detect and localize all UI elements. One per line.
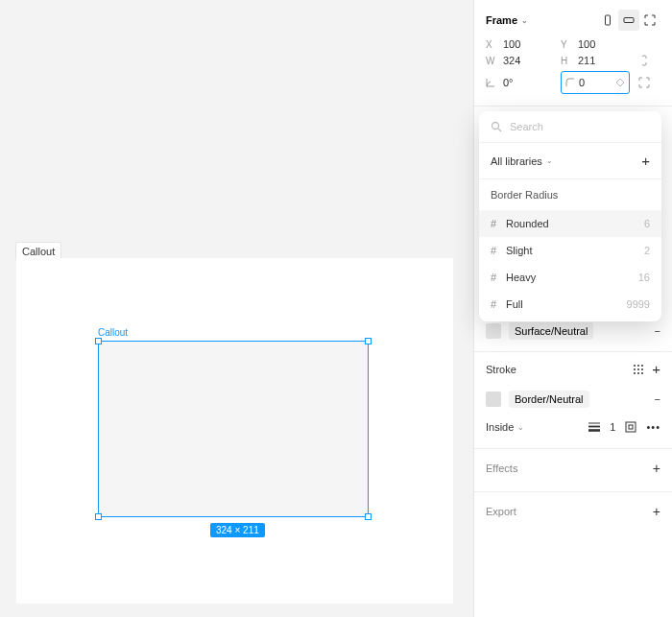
y-label: Y [561,39,572,50]
x-field[interactable]: X 100 [486,38,555,50]
stroke-style-icon[interactable] [633,364,644,375]
libraries-label: All libraries [491,155,542,167]
option-name: Heavy [506,272,536,283]
rotation-value: 0° [503,77,514,88]
search-placeholder: Search [510,121,543,132]
width-field[interactable]: W 324 [486,55,555,66]
variable-pick-icon[interactable] [615,78,625,87]
variable-picker-popover: Search All libraries ⌄ + Border Radius #… [479,111,661,321]
add-export-button[interactable]: + [653,504,660,519]
stroke-weight-icon [588,422,600,432]
selection-label: Callout [98,327,128,338]
lock-aspect-icon[interactable] [636,54,653,67]
y-field[interactable]: Y 100 [561,38,630,50]
independent-corners-icon[interactable] [636,77,653,88]
artboard[interactable]: Callout 324 × 211 [16,258,453,604]
search-icon [491,121,502,132]
frame-dropdown[interactable]: Frame ⌄ [486,14,597,26]
stroke-swatch[interactable] [486,392,501,407]
radius-option-rounded[interactable]: # Rounded 6 [479,210,661,237]
h-label: H [561,56,572,66]
svg-rect-16 [629,425,633,429]
x-value: 100 [503,38,520,50]
stroke-chip[interactable]: Border/Neutral [509,391,589,408]
option-value: 9999 [627,298,650,310]
option-value: 2 [644,245,650,256]
chevron-down-icon: ⌄ [517,423,524,432]
chevron-down-icon: ⌄ [546,156,553,165]
hash-icon: # [491,298,506,310]
w-label: W [486,56,497,66]
remove-stroke-button[interactable]: − [655,393,660,405]
hash-icon: # [491,245,506,256]
option-value: 16 [638,272,650,283]
svg-point-11 [641,372,643,374]
popover-search[interactable]: Search [479,111,661,143]
stroke-sides-icon[interactable] [625,421,636,433]
svg-point-4 [637,365,639,367]
svg-point-6 [634,368,636,370]
frame-section: Frame ⌄ X 100 Y 100 [474,0,672,107]
export-section: Export + [474,492,672,534]
libraries-dropdown[interactable]: All libraries ⌄ + [479,143,661,179]
corner-radius-input[interactable]: 0 [561,71,630,94]
svg-point-5 [641,365,643,367]
y-value: 100 [578,38,595,50]
frame-title-text: Frame [486,14,517,26]
option-name: Rounded [506,218,549,229]
remove-fill-button[interactable]: − [655,325,660,337]
add-stroke-button[interactable]: + [652,364,660,375]
resize-vertical-icon[interactable] [597,10,618,31]
popover-section-label: Border Radius [479,179,661,210]
fill-chip[interactable]: Surface/Neutral [509,322,593,340]
stroke-width-value[interactable]: 1 [610,421,615,433]
resize-horizontal-icon[interactable] [618,10,639,31]
x-label: X [486,39,497,50]
hash-icon: # [491,272,506,283]
svg-rect-15 [626,422,636,432]
fit-icon[interactable] [639,10,660,31]
radius-option-slight[interactable]: # Slight 2 [479,237,661,264]
angle-icon [486,78,497,87]
svg-rect-1 [624,18,634,23]
hash-icon: # [491,218,506,229]
option-name: Full [506,298,523,310]
height-field[interactable]: H 211 [561,55,630,66]
svg-line-18 [498,129,501,131]
svg-point-9 [634,372,636,374]
svg-point-7 [637,368,639,370]
fill-swatch[interactable] [486,323,501,339]
stroke-position-dropdown[interactable]: Inside ⌄ [486,421,524,433]
corner-radius-value: 0 [579,77,585,88]
radius-option-heavy[interactable]: # Heavy 16 [479,264,661,291]
option-value: 6 [644,218,650,229]
rotation-field[interactable]: 0° [486,77,555,88]
selected-frame[interactable] [98,341,369,517]
fill-section: Surface/Neutral − [474,319,672,352]
canvas[interactable]: Callout Callout 324 × 211 [0,0,473,617]
effects-title: Effects [486,463,517,474]
stroke-more-icon[interactable]: ••• [646,421,660,433]
corner-radius-icon [565,78,575,87]
h-value: 211 [578,55,595,66]
radius-option-full[interactable]: # Full 9999 [479,291,661,321]
add-effect-button[interactable]: + [653,461,660,476]
dimensions-badge: 324 × 211 [210,523,265,537]
option-name: Slight [506,245,533,256]
svg-rect-0 [606,15,611,25]
stroke-position-value: Inside [486,421,514,433]
w-value: 324 [503,55,520,66]
svg-point-3 [634,365,636,367]
stroke-title: Stroke [486,364,516,375]
chevron-down-icon: ⌄ [521,16,528,25]
svg-point-8 [641,368,643,370]
effects-section: Effects + [474,449,672,492]
svg-marker-2 [616,79,624,86]
add-library-button[interactable]: + [641,153,650,169]
export-title: Export [486,506,516,517]
stroke-section: Stroke + Border/Neutral − Inside ⌄ 1 [474,352,672,449]
svg-point-10 [637,372,639,374]
svg-point-17 [492,123,499,130]
